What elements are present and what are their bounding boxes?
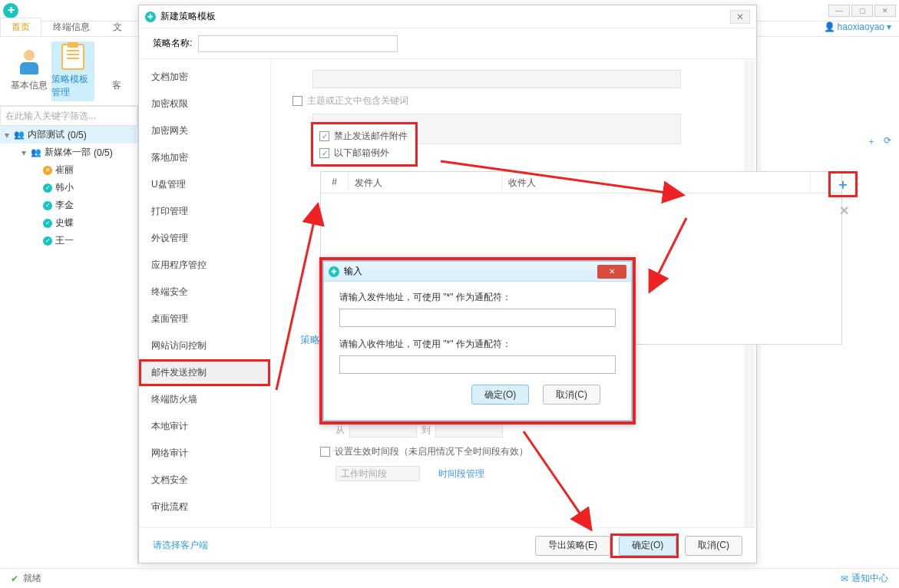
policy-name-label: 策略名称: [153, 37, 192, 50]
person-icon [18, 50, 41, 76]
category-item[interactable]: U盘管理 [139, 171, 270, 198]
collapse-icon[interactable]: ▾ [20, 147, 28, 158]
tile-policy-template[interactable]: 策略模板管理 [51, 41, 94, 101]
disabled-input-1 [312, 70, 681, 88]
policy-name-input[interactable] [198, 35, 398, 52]
org-tree-panel: 在此输入关键字筛选... ▾ 👥 内部测试 (0/5) ▾ 👥 新媒体一部 (0… [0, 106, 138, 565]
category-item[interactable]: 桌面管理 [139, 306, 270, 332]
category-item[interactable]: 文档加密 [139, 64, 270, 91]
to-label: 到 [421, 424, 431, 437]
timerange-label: 设置生效时间段（未启用情况下全时间段有效） [335, 445, 528, 458]
add-row-button[interactable]: ＋ [836, 175, 850, 193]
tree-dept-count: (0/5) [94, 147, 113, 158]
collapse-icon[interactable]: ▾ [3, 130, 11, 140]
col-sender: 发件人 [349, 172, 502, 193]
category-item[interactable]: 本地审计 [139, 413, 270, 440]
category-item[interactable]: 文档安全 [139, 467, 270, 494]
user-icon: 👤 [824, 21, 835, 32]
dialog-cancel-button[interactable]: 取消(C) [543, 385, 600, 405]
tree-user[interactable]: ✕崔丽 [0, 161, 137, 179]
keyword-label: 主题或正文中包含关键词 [307, 94, 408, 107]
modal-close-button[interactable]: ✕ [730, 10, 750, 24]
dialog-ok-button[interactable]: 确定(O) [471, 385, 529, 405]
category-item[interactable]: 落地加密 [139, 144, 270, 171]
ok-button[interactable]: 确定(O) [619, 536, 676, 556]
checkbox-forbid-attachment[interactable] [319, 131, 329, 141]
work-period-select[interactable]: 工作时间段 [335, 466, 420, 481]
category-item[interactable]: 审批流程 [139, 494, 270, 520]
mail-icon: ✉ [841, 573, 848, 584]
category-item[interactable]: 网络审计 [139, 440, 270, 467]
dialog-title-text: 输入 [344, 265, 362, 278]
maximize-button[interactable]: ▢ [851, 5, 873, 17]
category-item[interactable]: 网站访问控制 [139, 332, 270, 359]
checkbox-except-mailboxes[interactable] [319, 148, 329, 158]
category-item[interactable]: 加密权限 [139, 91, 270, 117]
blank-icon [105, 50, 128, 76]
modal-footer: 请选择客户端 导出策略(E) 确定(O) 取消(C) [139, 527, 756, 563]
highlight-add-button: ＋ [828, 171, 858, 197]
tree-user[interactable]: ✓王一 [0, 232, 137, 249]
tree-user[interactable]: ✓韩小 [0, 179, 137, 197]
category-item[interactable]: 终端安全 [139, 279, 270, 306]
category-item[interactable]: 终端防火墙 [139, 386, 270, 413]
tile-customer-cut[interactable]: 客 [96, 41, 138, 101]
status-ready: 就绪 [23, 572, 41, 585]
select-client-link[interactable]: 请选择客户端 [153, 539, 208, 552]
add-icon[interactable]: ＋ [867, 135, 876, 148]
policy-name-row: 策略名称: [139, 28, 756, 59]
modal-title-text: 新建策略模板 [160, 10, 216, 23]
right-tools: ＋ ⟳ [867, 135, 891, 148]
from-date-select[interactable] [349, 422, 417, 438]
user-name-label: 韩小 [55, 181, 74, 194]
tile-label: 客 [112, 79, 121, 92]
category-item[interactable]: 打印管理 [139, 198, 270, 225]
app-icon: ✚ [3, 3, 18, 18]
checkbox-timerange[interactable] [320, 447, 330, 457]
recipient-input[interactable] [339, 355, 616, 374]
user-name-label: 王一 [55, 234, 74, 247]
toolbar-strip: 基本信息 策略模板管理 客 [0, 37, 138, 106]
refresh-icon[interactable]: ⟳ [884, 135, 891, 148]
category-list: 文档加密加密权限加密网关落地加密U盘管理打印管理外设管理应用程序管控终端安全桌面… [139, 59, 271, 527]
notification-center[interactable]: ✉ 通知中心 [841, 572, 888, 585]
group-icon: 👥 [31, 147, 41, 157]
category-item[interactable]: 邮件发送控制 [139, 359, 270, 386]
category-item[interactable]: 应用程序管控 [139, 252, 270, 279]
checkbox-keywords[interactable] [293, 96, 302, 106]
ready-icon: ✔ [11, 573, 18, 584]
cancel-button[interactable]: 取消(C) [685, 536, 742, 556]
category-item[interactable]: 外设管理 [139, 225, 270, 252]
col-recipient: 收件人 [502, 172, 811, 193]
export-button[interactable]: 导出策略(E) [535, 536, 610, 556]
user-menu[interactable]: 👤 haoxiaoyao ▾ [824, 21, 891, 32]
tile-basic-info[interactable]: 基本信息 [8, 41, 50, 101]
status-icon: ✓ [43, 219, 52, 228]
user-name-label: 李金 [55, 199, 74, 212]
user-name: haoxiaoyao [838, 21, 884, 32]
tree-dept-label: 新媒体一部 [45, 146, 91, 159]
close-button[interactable]: ✕ [874, 5, 896, 17]
input-dialog: ✚ 输入 ✕ 请输入发件地址，可使用 "*" 作为通配符： 请输入收件地址，可使… [319, 257, 636, 424]
tile-label: 策略模板管理 [51, 73, 94, 99]
tree-user[interactable]: ✓史蝶 [0, 214, 137, 232]
tab-home[interactable]: 首页 [0, 18, 41, 36]
manage-periods-link[interactable]: 时间段管理 [438, 467, 484, 481]
tree-search-input[interactable]: 在此输入关键字筛选... [0, 106, 137, 126]
status-icon: ✓ [43, 236, 52, 246]
tree-root[interactable]: ▾ 👥 内部测试 (0/5) [0, 126, 137, 144]
tab-cut[interactable]: 文 [101, 18, 134, 36]
tab-terminal-info[interactable]: 终端信息 [41, 18, 101, 36]
to-date-select[interactable] [435, 422, 503, 438]
sender-input[interactable] [339, 309, 616, 327]
tree-user[interactable]: ✓李金 [0, 197, 137, 214]
tree-root-label: 内部测试 [28, 128, 64, 141]
notify-label: 通知中心 [851, 572, 888, 585]
col-num: # [321, 172, 349, 193]
highlight-checkbox-group: 禁止发送邮件附件 以下邮箱例外 [311, 122, 418, 167]
tree-root-count: (0/5) [68, 130, 87, 140]
minimize-button[interactable]: — [828, 5, 850, 17]
dialog-close-button[interactable]: ✕ [597, 265, 626, 279]
category-item[interactable]: 加密网关 [139, 117, 270, 144]
tree-dept[interactable]: ▾ 👥 新媒体一部 (0/5) [0, 144, 137, 161]
